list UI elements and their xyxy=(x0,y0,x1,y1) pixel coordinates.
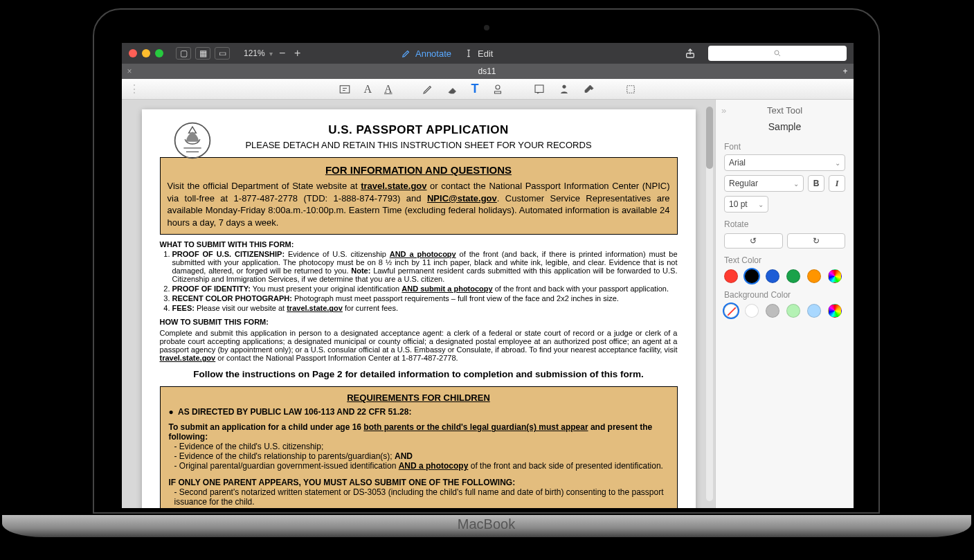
sample-preview: Sample xyxy=(724,121,845,132)
svg-rect-4 xyxy=(535,85,543,93)
inspector-panel: » Text Tool Sample Font Arial ⌄ Regular … xyxy=(715,100,854,508)
one-parent-heading: IF ONLY ONE PARENT APPEARS, YOU MUST ALS… xyxy=(169,478,516,487)
scrollbar-thumb[interactable] xyxy=(706,107,713,169)
zoom-in-button[interactable]: + xyxy=(292,47,303,60)
minimize-window[interactable] xyxy=(142,49,150,57)
font-family-select[interactable]: Arial ⌄ xyxy=(724,154,845,171)
contact-sheet-icon[interactable]: ▭ xyxy=(215,47,230,60)
svg-point-5 xyxy=(562,85,566,89)
sidebar-toggle-icon[interactable]: ▢ xyxy=(176,47,191,60)
chevron-down-icon[interactable]: ▾ xyxy=(269,50,273,57)
info-link: travel.state.gov xyxy=(361,181,426,191)
bg-color-swatches xyxy=(724,304,845,318)
inspector-title: Text Tool xyxy=(767,105,802,116)
color-swatch[interactable] xyxy=(766,269,779,283)
drag-handle-icon[interactable]: ⋮ xyxy=(129,82,140,96)
what-list: PROOF OF U.S. CITIZENSHIP: Evidence of U… xyxy=(160,250,678,312)
laptop-base: MacBook xyxy=(2,515,971,537)
zoom-level[interactable]: 121% xyxy=(244,48,265,58)
text-color-label: Text Color xyxy=(724,255,845,265)
font-style-a-icon[interactable]: A xyxy=(363,83,372,96)
annotation-toolbar: ⋮ A A T xyxy=(122,79,854,100)
list-item: Original parental/guardian government-is… xyxy=(174,461,669,471)
zoom-out-button[interactable]: − xyxy=(277,47,288,60)
font-size-select[interactable]: 10 pt ⌄ xyxy=(724,196,768,213)
color-swatch[interactable] xyxy=(745,304,759,318)
collapse-panel-icon[interactable]: » xyxy=(721,105,726,116)
font-style-select[interactable]: Regular ⌄ xyxy=(724,175,804,192)
italic-button[interactable]: I xyxy=(829,175,845,192)
pencil-icon[interactable] xyxy=(422,83,434,96)
color-swatch[interactable] xyxy=(828,304,842,318)
edit-mode-button[interactable]: Edit xyxy=(464,48,493,59)
tab-name[interactable]: ds11 xyxy=(137,66,837,76)
annotate-label: Annotate xyxy=(415,48,451,59)
info-box: FOR INFORMATION AND QUESTIONS Visit the … xyxy=(160,157,678,235)
webcam xyxy=(484,25,489,30)
chevron-down-icon: ⌄ xyxy=(758,201,764,208)
bg-color-label: Background Color xyxy=(724,290,845,300)
search-icon xyxy=(773,49,782,57)
how-body: Complete and submit this application in … xyxy=(160,329,678,362)
chevron-down-icon: ⌄ xyxy=(835,159,840,167)
eraser-icon[interactable] xyxy=(447,83,459,96)
font-style-a2-icon[interactable]: A xyxy=(384,83,393,96)
search-input[interactable] xyxy=(708,46,847,61)
info-heading: FOR INFORMATION AND QUESTIONS xyxy=(168,163,670,177)
color-swatch[interactable] xyxy=(828,269,842,283)
req-law: AS DIRECTED BY PUBLIC LAW 106-113 AND 22… xyxy=(178,407,411,417)
bold-button[interactable]: B xyxy=(808,175,824,192)
dropper-icon[interactable] xyxy=(583,83,595,96)
close-window[interactable] xyxy=(129,49,137,57)
info-text: Visit the official Department of State w… xyxy=(168,181,361,191)
document-viewport[interactable]: U.S. PASSPORT APPLICATION PLEASE DETACH … xyxy=(122,100,715,508)
font-size-value: 10 pt xyxy=(729,199,748,209)
select-icon[interactable] xyxy=(624,83,637,96)
how-heading: HOW TO SUBMIT THIS FORM: xyxy=(160,318,678,326)
text-box-icon[interactable] xyxy=(339,83,351,96)
view-buttons: ▢ ▦ ▭ xyxy=(176,47,230,60)
brand-label: MacBook xyxy=(458,516,515,532)
color-swatch[interactable] xyxy=(724,304,738,318)
rotate-cw-button[interactable]: ↻ xyxy=(787,233,846,249)
window-controls xyxy=(129,49,163,57)
pdf-page: U.S. PASSPORT APPLICATION PLEASE DETACH … xyxy=(142,109,696,508)
rotate-ccw-button[interactable]: ↺ xyxy=(724,233,783,249)
color-swatch[interactable] xyxy=(807,304,821,318)
list-item: FEES: Please visit our website at travel… xyxy=(172,304,678,312)
doc-subtitle: PLEASE DETACH AND RETAIN THIS INSTRUCTIO… xyxy=(160,140,678,150)
signature-icon[interactable] xyxy=(558,83,570,96)
zoom-controls: 121% ▾ − + xyxy=(244,47,303,60)
color-swatch[interactable] xyxy=(786,304,800,318)
list-item: PROOF OF IDENTITY: You must present your… xyxy=(172,284,678,293)
color-swatch[interactable] xyxy=(766,304,779,318)
color-swatch[interactable] xyxy=(745,269,759,283)
follow-instructions: Follow the instructions on Page 2 for de… xyxy=(160,369,678,379)
new-tab-button[interactable]: + xyxy=(837,66,854,76)
rotate-label: Rotate xyxy=(724,219,845,229)
share-icon[interactable] xyxy=(685,48,696,59)
svg-rect-6 xyxy=(626,85,634,93)
annotate-mode-button[interactable]: Annotate xyxy=(402,48,451,59)
titlebar: ▢ ▦ ▭ 121% ▾ − + Annotate xyxy=(122,43,854,64)
app-window: ▢ ▦ ▭ 121% ▾ − + Annotate xyxy=(122,43,854,508)
font-label: Font xyxy=(724,142,845,152)
color-swatch[interactable] xyxy=(724,269,738,283)
pen-icon xyxy=(402,48,411,58)
edit-label: Edit xyxy=(478,48,493,59)
zoom-window[interactable] xyxy=(155,49,163,57)
color-swatch[interactable] xyxy=(786,269,800,283)
doc-title: U.S. PASSPORT APPLICATION xyxy=(160,123,678,137)
thumbnails-icon[interactable]: ▦ xyxy=(195,47,210,60)
text-tool-icon[interactable]: T xyxy=(471,82,479,96)
stamp-icon[interactable] xyxy=(491,83,504,96)
svg-point-3 xyxy=(496,85,500,89)
chevron-down-icon: ⌄ xyxy=(793,180,799,188)
color-swatch[interactable] xyxy=(807,269,821,283)
font-family-value: Arial xyxy=(729,158,746,168)
list-item: Evidence of the child's relationship to … xyxy=(174,451,669,461)
list-item: Second parent's notarized written statem… xyxy=(174,487,669,507)
note-icon[interactable] xyxy=(533,83,545,96)
list-item: RECENT COLOR PHOTOGRAPH: Photograph must… xyxy=(172,294,678,302)
close-tab-icon[interactable]: × xyxy=(122,66,137,76)
